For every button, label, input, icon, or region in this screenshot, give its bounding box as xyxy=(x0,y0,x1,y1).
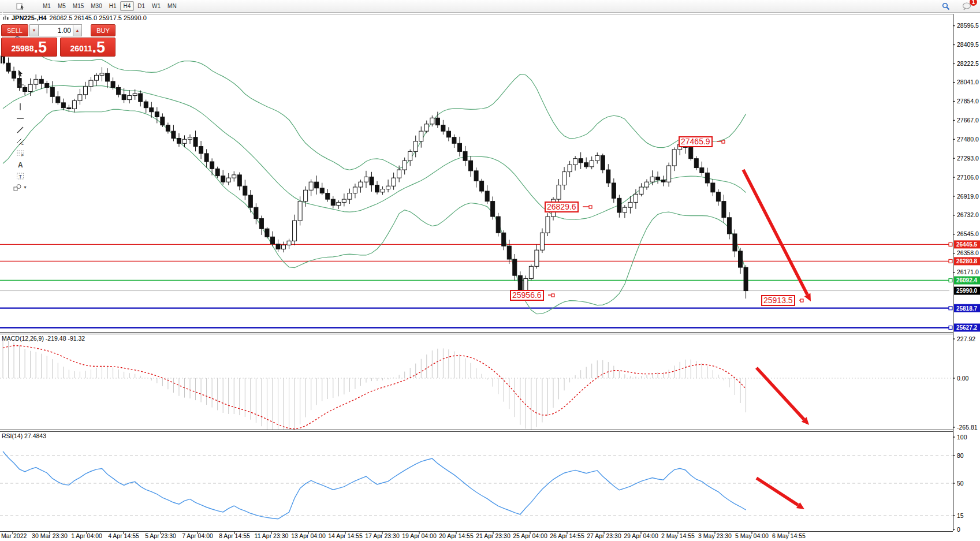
horizontal-line-button[interactable] xyxy=(1,113,39,124)
candle-body xyxy=(348,193,352,200)
volume-decrease-button[interactable]: ▼ xyxy=(29,24,39,36)
price-axis-label: 27667.0 xyxy=(957,117,979,124)
price-badge-label: 26280.8 xyxy=(956,258,978,264)
equidistant-channel-button[interactable]: E xyxy=(1,136,39,147)
line-anchor-square[interactable] xyxy=(949,242,952,246)
chart-canvas[interactable]: 28596.528409.528222.528041.027854.027667… xyxy=(0,0,980,541)
annotation-anchor-square[interactable] xyxy=(552,294,554,297)
buy-price-quote[interactable]: 26011 .5 xyxy=(60,38,116,57)
line-anchor-square[interactable] xyxy=(949,307,952,310)
notification-badge: 1 xyxy=(970,0,977,6)
time-axis-label: 2 May 14:55 xyxy=(661,532,695,539)
buy-button[interactable]: BUY xyxy=(91,24,115,36)
trend-line-button[interactable] xyxy=(1,124,39,136)
candle-body xyxy=(518,275,522,290)
timeframe-m30-button[interactable]: M30 xyxy=(87,1,105,11)
drawn-arrow[interactable] xyxy=(757,478,798,505)
arrange-cursor-button[interactable] xyxy=(1,1,39,12)
volume-increase-button[interactable]: ▲ xyxy=(73,24,82,36)
text-button[interactable]: A xyxy=(1,159,39,170)
price-axis-label: 28041.0 xyxy=(957,79,979,85)
candle-body xyxy=(221,176,225,182)
candle-body xyxy=(480,181,484,191)
drawn-arrow[interactable] xyxy=(743,170,807,294)
macd-axis-label: 0.00 xyxy=(957,375,969,382)
candle-body xyxy=(78,95,82,101)
candle-body xyxy=(172,131,176,138)
vertical-line-button[interactable] xyxy=(1,101,39,113)
candle-body xyxy=(694,159,698,168)
candle-body xyxy=(441,125,445,132)
line-anchor-square[interactable] xyxy=(949,326,952,329)
quote-ohlc: 26062.5 26145.0 25917.5 25990.0 xyxy=(50,14,147,21)
timeframe-h1-button[interactable]: H1 xyxy=(106,1,120,11)
candle-body xyxy=(557,185,561,199)
timeframe-h4-button[interactable]: H4 xyxy=(120,1,135,11)
candle-body xyxy=(72,100,76,109)
price-label-annotation[interactable]: 25913.5 xyxy=(761,295,795,306)
time-axis-label: 8 Apr 14:55 xyxy=(219,532,250,539)
price-label-annotation[interactable]: 27465.9 xyxy=(679,136,713,147)
timeframe-mn-button[interactable]: MN xyxy=(164,1,180,11)
chat-button[interactable]: 1 xyxy=(959,1,974,12)
macd-axis-label: -265.81 xyxy=(957,424,978,431)
time-axis-label: 19 Apr 04:00 xyxy=(402,532,437,539)
annotation-anchor-square[interactable] xyxy=(589,206,592,208)
line-anchor-square[interactable] xyxy=(949,259,952,263)
candle-body xyxy=(469,161,473,171)
price-label-annotation[interactable]: 25956.6 xyxy=(510,290,544,301)
candle-body xyxy=(232,175,236,178)
sell-price-quote[interactable]: 25988 .5 xyxy=(1,38,57,57)
rsi-panel[interactable] xyxy=(0,452,953,519)
candle-body xyxy=(353,187,357,193)
timeframe-d1-button[interactable]: D1 xyxy=(134,1,148,11)
candle-body xyxy=(56,96,60,103)
rsi-axis-label: 15 xyxy=(957,512,964,519)
timeframe-w1-button[interactable]: W1 xyxy=(148,1,164,11)
crosshair-button[interactable] xyxy=(1,79,39,91)
candle-body xyxy=(463,151,467,161)
price-axis-label: 28596.5 xyxy=(957,22,979,29)
price-badge-label: 26445.5 xyxy=(956,241,978,248)
sell-button[interactable]: SELL xyxy=(1,24,28,36)
search-button[interactable] xyxy=(938,1,953,12)
annotation-anchor-square[interactable] xyxy=(722,140,725,143)
text-icon: A xyxy=(16,161,24,169)
candle-body xyxy=(139,94,143,102)
macd-panel[interactable] xyxy=(0,341,953,436)
text-label-button[interactable]: T xyxy=(1,170,39,182)
main-toolbar: 新订单自动交易▾▾▾EFAT▾ M1M5M15M30H1H4D1W1MN 1 xyxy=(0,0,980,13)
candle-body xyxy=(540,233,544,250)
candle-body xyxy=(524,278,528,290)
mt4-window: 28596.528409.528222.528041.027854.027667… xyxy=(0,0,980,541)
timeframe-m15-button[interactable]: M15 xyxy=(69,1,87,11)
candle-body xyxy=(711,183,715,192)
candle-body xyxy=(392,178,396,186)
time-axis-label: 3 May 23:30 xyxy=(698,532,732,539)
drawn-arrow[interactable] xyxy=(757,368,804,419)
timeframe-m5-button[interactable]: M5 xyxy=(54,1,69,11)
annotation-anchor-square[interactable] xyxy=(800,299,803,302)
shapes-button[interactable]: ▾ xyxy=(1,182,39,193)
fibonacci-button[interactable]: F xyxy=(1,147,39,159)
cursor-button[interactable] xyxy=(1,68,39,79)
candle-body xyxy=(320,188,324,193)
candle-body xyxy=(535,250,539,266)
candle-body xyxy=(177,138,181,143)
buy-price-main: 26011 xyxy=(70,42,92,55)
volume-input[interactable]: 1.00 xyxy=(39,24,73,36)
price-label-annotation[interactable]: 26829.6 xyxy=(545,202,579,212)
candle-body xyxy=(739,251,743,267)
candle-body xyxy=(689,147,693,158)
candle-body xyxy=(128,96,132,100)
timeframe-m1-button[interactable]: M1 xyxy=(39,1,54,11)
candle-body xyxy=(623,207,627,212)
price-axis-label: 26919.0 xyxy=(957,193,979,200)
candle-body xyxy=(606,170,610,183)
cursor-icon xyxy=(16,69,24,77)
line-anchor-square[interactable] xyxy=(949,279,952,282)
main-chart-panel[interactable] xyxy=(0,51,949,328)
candle-body xyxy=(485,191,489,202)
candle-body xyxy=(601,155,605,170)
candle-body xyxy=(612,183,616,198)
